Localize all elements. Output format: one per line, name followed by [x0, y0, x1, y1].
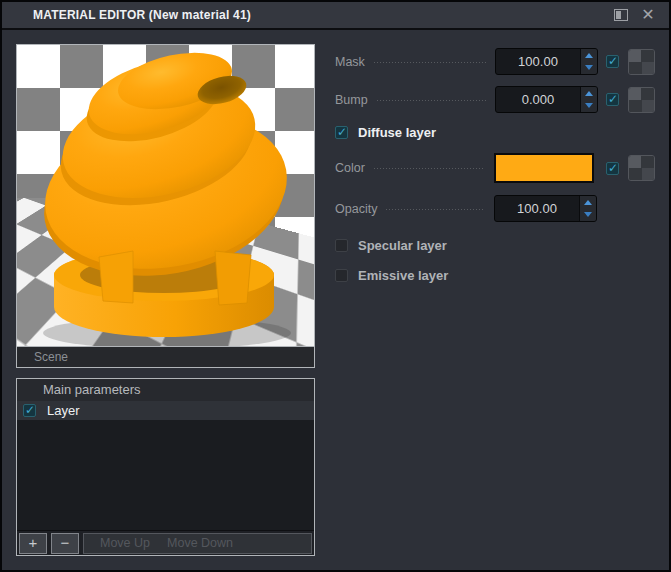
float-button[interactable]: [612, 6, 630, 24]
plus-icon: +: [29, 534, 38, 551]
mask-spinbox: 100.00: [495, 48, 598, 75]
emissive-layer-checkbox[interactable]: [335, 269, 348, 282]
dotted-leader: [377, 100, 486, 101]
bump-row: Bump 0.000: [335, 86, 655, 113]
titlebar-buttons: ✕: [612, 6, 657, 24]
layer-item-label: Layer: [47, 403, 80, 418]
opacity-value-field[interactable]: 100.00: [495, 196, 579, 221]
bump-spin-down-button[interactable]: [581, 100, 597, 113]
bump-spin-arrows: [580, 87, 597, 112]
bump-texture-button[interactable]: [628, 87, 655, 113]
opacity-row: Opacity 100.00: [335, 195, 597, 222]
dotted-leader: [374, 168, 485, 169]
opacity-spin-arrows: [579, 196, 596, 221]
diffuse-layer-row: Diffuse layer: [335, 124, 436, 141]
specular-layer-row: Specular layer: [335, 237, 447, 253]
arrow-down-icon: [585, 103, 593, 108]
color-texture-button[interactable]: [628, 155, 655, 181]
window-title: MATERIAL EDITOR (New material 41): [33, 8, 251, 22]
layer-list-item[interactable]: Layer: [17, 401, 314, 420]
add-layer-button[interactable]: +: [19, 533, 47, 554]
checkerboard-icon: [629, 50, 654, 74]
bump-enabled-checkbox[interactable]: [606, 93, 619, 106]
specular-layer-label: Specular layer: [358, 238, 447, 253]
mask-row: Mask 100.00: [335, 48, 655, 75]
arrow-up-icon: [585, 53, 593, 58]
move-buttons-bar: Move Up Move Down: [83, 533, 312, 554]
layer-visibility-checkbox[interactable]: [23, 404, 36, 417]
bump-spin-up-button[interactable]: [581, 87, 597, 100]
move-up-button[interactable]: Move Up: [100, 536, 150, 550]
mask-spin-up-button[interactable]: [581, 49, 597, 62]
color-label: Color: [335, 161, 365, 175]
opacity-label: Opacity: [335, 202, 377, 216]
emissive-layer-label: Emissive layer: [358, 268, 448, 283]
titlebar[interactable]: MATERIAL EDITOR (New material 41) ✕: [2, 2, 669, 30]
diffuse-color-swatch[interactable]: [494, 153, 594, 183]
close-icon: ✕: [641, 7, 654, 23]
dotted-leader: [374, 62, 486, 63]
mask-value-field[interactable]: 100.00: [496, 49, 580, 74]
remove-layer-button[interactable]: −: [51, 533, 79, 554]
minus-icon: −: [61, 534, 70, 551]
checkerboard-icon: [629, 88, 654, 112]
arrow-down-icon: [585, 65, 593, 70]
emissive-layer-row: Emissive layer: [335, 267, 448, 283]
specular-layer-checkbox[interactable]: [335, 239, 348, 252]
mask-enabled-checkbox[interactable]: [606, 55, 619, 68]
bump-spinbox: 0.000: [495, 86, 598, 113]
arrow-up-icon: [585, 91, 593, 96]
layers-panel-header: Main parameters: [17, 379, 314, 401]
diffuse-layer-label: Diffuse layer: [358, 125, 436, 140]
color-row: Color: [335, 153, 655, 183]
arrow-up-icon: [584, 200, 592, 205]
mask-spin-arrows: [580, 49, 597, 74]
mask-spin-down-button[interactable]: [581, 62, 597, 75]
opacity-spinbox: 100.00: [494, 195, 597, 222]
float-window-icon: [614, 9, 628, 21]
bump-value-field[interactable]: 0.000: [496, 87, 580, 112]
material-preview-viewport[interactable]: [17, 45, 314, 346]
arrow-down-icon: [584, 212, 592, 217]
opacity-spin-down-button[interactable]: [580, 209, 596, 222]
close-button[interactable]: ✕: [639, 6, 657, 24]
bump-label: Bump: [335, 93, 368, 107]
preview-panel: Scene: [16, 44, 315, 368]
mask-texture-button[interactable]: [628, 49, 655, 75]
dotted-leader: [386, 209, 485, 210]
mask-label: Mask: [335, 55, 365, 69]
diffuse-layer-checkbox[interactable]: [335, 126, 348, 139]
checkerboard-icon: [629, 156, 654, 180]
color-enabled-checkbox[interactable]: [606, 162, 619, 175]
layers-toolbar: + − Move Up Move Down: [17, 530, 314, 555]
scene-caption: Scene: [17, 346, 314, 367]
layers-list-empty-area[interactable]: [17, 420, 314, 530]
preview-material-object: [17, 45, 314, 346]
material-editor-window: MATERIAL EDITOR (New material 41) ✕: [0, 0, 671, 572]
opacity-spin-up-button[interactable]: [580, 196, 596, 209]
layers-panel: Main parameters Layer + − Move Up Move D…: [16, 378, 315, 556]
move-down-button[interactable]: Move Down: [167, 536, 233, 550]
